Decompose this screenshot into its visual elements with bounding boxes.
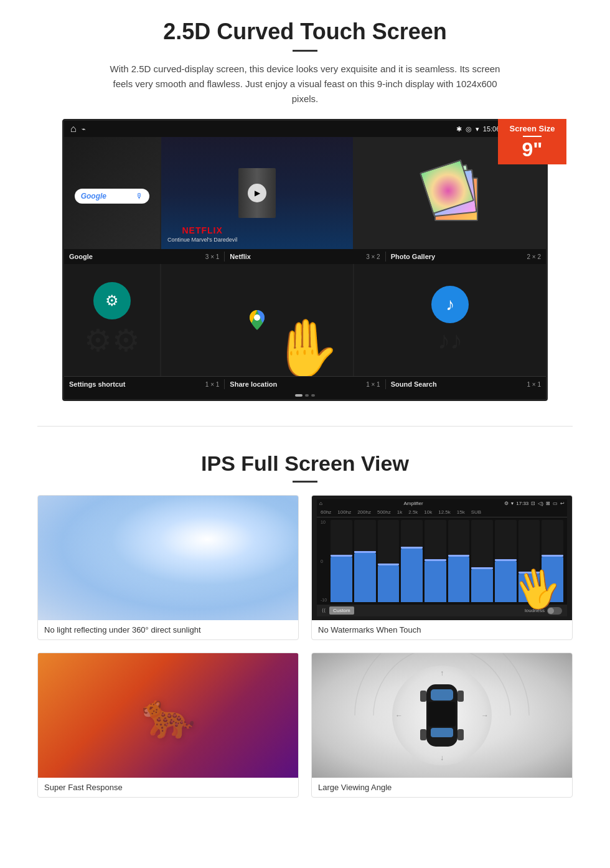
sunlight-image [38,496,298,620]
usb-icon: ⌁ [82,125,86,133]
amp-wifi-icon: ▾ [511,501,514,506]
play-button[interactable]: ▶ [248,184,266,202]
gallery-size: 2 × 2 [527,253,541,260]
google-logo: Google [81,192,106,200]
amp-settings-icon: ⚙ [504,501,509,506]
svg-point-0 [254,314,260,321]
device-mockup: Screen Size 9" ⌂ ⌁ ✱ ◎ ▾ 15:06 ⊡ ◁) ⊠ [62,119,548,401]
section1-description: With 2.5D curved-display screen, this de… [106,62,504,106]
google-cell[interactable]: Google 🎙 [64,137,160,249]
eq-bar-6 [448,520,470,602]
gallery-label-section: Photo Gallery 2 × 2 [386,252,546,262]
netflix-thumbnail: ▶ [238,168,276,218]
badge-size: 9" [502,139,563,159]
music-icon: ♪ [431,286,469,323]
car-caption: Large Viewing Angle [312,778,572,797]
freq-12k5: 12.5k [438,509,451,515]
dot-3 [311,394,315,397]
badge-divider [523,136,542,137]
netflix-cell[interactable]: ▶ NETFLIX Continue Marvel's Daredevil [161,137,353,249]
app-grid-row2: ⚙ ⚙⚙ 🤚 [64,264,546,376]
feature-amplifier: ⌂ Amplifier ⚙ ▾ 17:33 ⊡ ◁) ⊠ ▭ ↩ 60hz [311,495,573,640]
amp-status-bar: ⌂ Amplifier ⚙ ▾ 17:33 ⊡ ◁) ⊠ ▭ ↩ [317,499,567,507]
dot-1 [295,394,303,397]
freq-10k: 10k [424,509,432,515]
google-size: 3 × 1 [205,253,220,260]
android-screen: ⌂ ⌁ ✱ ◎ ▾ 15:06 ⊡ ◁) ⊠ ▭ [62,119,548,401]
settings-label-section: Settings shortcut 1 × 1 [64,379,225,389]
music-shadow: ♪♪ [438,326,462,354]
status-bar: ⌂ ⌁ ✱ ◎ ▾ 15:06 ⊡ ◁) ⊠ ▭ [64,121,546,137]
status-bar-left: ⌂ ⌁ [70,123,86,134]
freq-200hz: 200hz [357,509,371,515]
amp-eq-sliders: 10 0 -10 [317,517,567,605]
eq-bar-4 [401,520,423,602]
touch-hand: 🤚 [271,320,340,376]
section-divider [37,426,573,427]
db-n10: -10 [321,598,327,602]
amp-time: 17:33 [516,501,528,506]
db-0: 0 [321,559,327,564]
google-label: Google [69,253,93,260]
eq-bar-1 [331,520,352,602]
freq-2k5: 2.5k [408,509,418,515]
wifi-icon: ▾ [476,125,479,133]
netflix-subtitle: Continue Marvel's Daredevil [167,237,237,243]
db-10: 10 [321,520,327,524]
page-indicator [64,392,546,399]
location-icon: ◎ [466,125,472,133]
freq-60hz: 60hz [321,509,331,515]
netflix-label-section: Netflix 3 × 2 [225,252,385,262]
amplifier-caption: No Watermarks When Touch [312,620,572,639]
settings-shadow: ⚙⚙ [84,323,140,359]
gmaps-icon [245,308,270,333]
eq-bar-7 [471,520,493,602]
sound-label: Sound Search [391,380,437,388]
amp-freq-labels: 60hz 100hz 200hz 500hz 1k 2.5k 10k 12.5k… [317,507,567,517]
viewing-angle-arcs [312,653,572,778]
sound-label-section: Sound Search 1 × 1 [386,379,546,389]
sound-cell[interactable]: ♪ ♪♪ [354,264,546,376]
section-ips: IPS Full Screen View No light reflecting… [0,439,610,816]
feature-cheetah: 🐆 Super Fast Response [37,653,299,798]
share-cell[interactable]: 🤚 [161,264,353,376]
amp-win-icon: ▭ [553,501,558,506]
netflix-size: 3 × 2 [366,253,380,260]
share-label: Share location [230,380,277,388]
eq-bar-2 [354,520,376,602]
bluetooth-icon: ✱ [456,125,462,133]
netflix-overlay: NETFLIX Continue Marvel's Daredevil [167,225,237,243]
section1-title: 2.5D Curved Touch Screen [37,19,573,45]
title-underline [293,50,317,52]
cheetah-image: 🐆 [38,653,298,778]
screen-size-badge: Screen Size 9" [498,119,566,164]
share-size: 1 × 1 [366,381,380,388]
gallery-label: Photo Gallery [391,253,436,260]
settings-icon: ⚙ [93,282,131,319]
netflix-label: Netflix [230,253,251,260]
app-label-row2: Settings shortcut 1 × 1 Share location 1… [64,376,546,392]
features-grid: No light reflecting under 360° direct su… [37,495,573,798]
cheetah-caption: Super Fast Response [38,778,298,797]
amp-custom-button[interactable]: Custom [329,606,354,615]
sunlight-caption: No light reflecting under 360° direct su… [38,620,298,639]
app-label-row1: Google 3 × 1 Netflix 3 × 2 Photo Gallery… [64,249,546,264]
amplifier-image: ⌂ Amplifier ⚙ ▾ 17:33 ⊡ ◁) ⊠ ▭ ↩ 60hz [312,496,572,620]
app-grid-row1: Google 🎙 ▶ NETFLIX Continue Marvel's Dar… [64,137,546,249]
section-curved-screen: 2.5D Curved Touch Screen With 2.5D curve… [0,0,610,413]
eq-bar-5 [425,520,446,602]
settings-size: 1 × 1 [205,381,220,388]
amp-db-labels: 10 0 -10 [321,520,329,602]
amp-x-icon: ⊠ [546,501,550,506]
settings-label: Settings shortcut [69,380,125,388]
google-search-bar[interactable]: Google 🎙 [75,189,150,204]
google-label-section: Google 3 × 1 [64,252,225,262]
amp-camera-icon: ⊡ [531,501,535,506]
cheetah-emoji: 🐆 [141,694,195,737]
settings-cell[interactable]: ⚙ ⚙⚙ [64,264,160,376]
freq-sub: SUB [471,509,481,515]
home-icon: ⌂ [70,123,77,134]
freq-500hz: 500hz [377,509,391,515]
amp-back-icon: ↩ [560,501,565,506]
section2-underline [293,481,317,483]
